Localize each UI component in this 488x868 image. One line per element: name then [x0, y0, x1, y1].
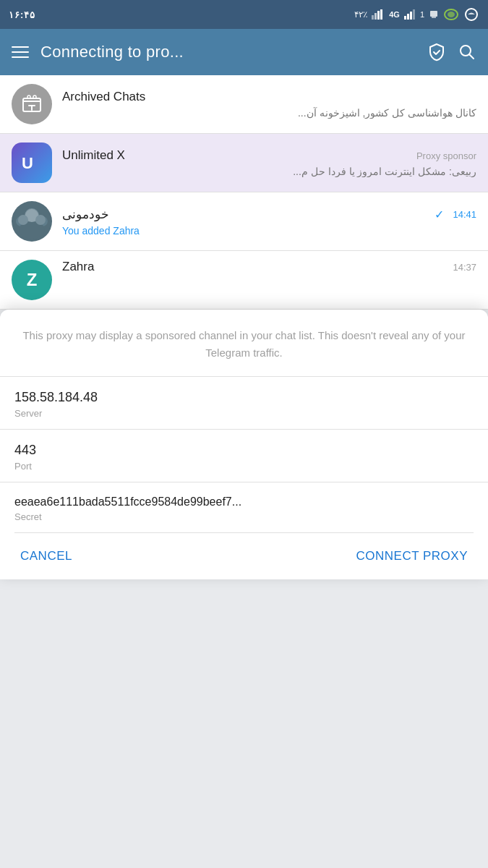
svg-line-14 — [470, 55, 474, 59]
archived-avatar — [12, 84, 52, 124]
chat-item-archived[interactable]: Archived Chats کانال هواشناسی کل کشور, ا… — [0, 75, 488, 134]
unlimited-name: Unlimited X — [62, 148, 125, 163]
khodemooni-avatar — [12, 201, 52, 242]
helmet-icon — [463, 8, 479, 21]
svg-rect-2 — [377, 11, 380, 20]
svg-rect-7 — [413, 9, 415, 20]
shield-icon[interactable] — [427, 43, 446, 61]
proxy-port-label: Port — [14, 461, 474, 472]
cancel-button[interactable]: CANCEL — [17, 543, 75, 569]
proxy-secret-label: Secret — [14, 511, 474, 522]
svg-point-22 — [18, 215, 28, 225]
proxy-server-value: 158.58.184.48 — [14, 390, 474, 405]
archived-preview: کانال هواشناسی کل کشور, اشپزخونه آن... — [62, 107, 476, 119]
svg-rect-6 — [410, 12, 412, 20]
network-label: 4G — [389, 10, 400, 19]
proxy-server-field: 158.58.184.48 Server — [0, 377, 488, 430]
status-icons: ۴۲٪ 4G 1 — [354, 8, 479, 21]
svg-rect-8 — [430, 11, 437, 17]
svg-rect-0 — [372, 15, 374, 20]
signal-icon — [372, 9, 385, 20]
svg-text:U: U — [22, 154, 33, 172]
svg-rect-4 — [404, 16, 406, 20]
chat-item-khodemooni[interactable]: خودمونی ✓ 14:41 You added Zahra — [0, 192, 488, 251]
zahra-header: Zahra 14:37 — [62, 260, 476, 274]
svg-rect-1 — [374, 13, 377, 20]
app-bar-title: Connecting to pro... — [40, 43, 416, 61]
zahra-avatar: Z — [12, 260, 52, 300]
search-icon[interactable] — [458, 43, 476, 61]
khodemooni-time: 14:41 — [453, 209, 476, 220]
khodemooni-preview: You added Zahra — [62, 225, 476, 237]
signal-icon-2 — [404, 9, 416, 20]
unlimited-avatar: U — [12, 142, 52, 183]
archived-name: Archived Chats — [62, 90, 145, 104]
zahra-initial: Z — [27, 270, 38, 290]
proxy-sponsor-badge: Proxy sponsor — [416, 150, 476, 161]
archived-content: Archived Chats کانال هواشناسی کل کشور, ا… — [62, 90, 476, 119]
svg-rect-9 — [432, 17, 436, 18]
notification-icon — [429, 9, 439, 20]
hamburger-menu-icon[interactable] — [12, 46, 29, 58]
proxy-notice: This proxy may display a sponsored chann… — [0, 310, 488, 377]
connect-proxy-button[interactable]: CONNECT PROXY — [354, 543, 471, 569]
status-time: ١۶:۴۵ — [9, 9, 35, 20]
proxy-notice-text: This proxy may display a sponsored chann… — [22, 329, 465, 359]
unlimited-preview: ربیعی: مشکل اینترنت امروز یا فردا حل م..… — [62, 166, 476, 177]
archived-header: Archived Chats — [62, 90, 476, 104]
proxy-dialog: This proxy may display a sponsored chann… — [0, 310, 488, 579]
khodemooni-name: خودمونی — [62, 207, 109, 222]
status-bar: ١۶:۴۵ ۴۲٪ 4G 1 — [0, 0, 488, 29]
app-bar: Connecting to pro... — [0, 29, 488, 75]
leaf-icon — [443, 8, 459, 21]
proxy-secret-value: eeaea6e111bada5511fcce9584de99beef7... — [14, 495, 474, 509]
zahra-time: 14:37 — [453, 262, 476, 273]
svg-rect-3 — [380, 9, 382, 20]
zahra-name: Zahra — [62, 260, 94, 274]
proxy-port-field: 443 Port — [0, 430, 488, 482]
proxy-server-label: Server — [14, 408, 474, 419]
svg-point-11 — [448, 12, 455, 17]
zahra-content: Zahra 14:37 — [62, 260, 476, 277]
svg-rect-5 — [407, 14, 409, 20]
khodemooni-header: خودمونی ✓ 14:41 — [62, 207, 476, 222]
unlimited-header: Unlimited X Proxy sponsor — [62, 148, 476, 163]
chat-list: Archived Chats کانال هواشناسی کل کشور, ا… — [0, 75, 488, 310]
battery-percent: ۴۲٪ — [354, 9, 367, 20]
chat-item-unlimited[interactable]: U Unlimited X Proxy sponsor ربیعی: مشکل … — [0, 134, 488, 192]
chat-item-zahra[interactable]: Z Zahra 14:37 — [0, 251, 488, 310]
khodemooni-content: خودمونی ✓ 14:41 You added Zahra — [62, 207, 476, 237]
unlimited-content: Unlimited X Proxy sponsor ربیعی: مشکل ای… — [62, 148, 476, 177]
svg-point-23 — [35, 215, 46, 225]
proxy-dialog-actions: CANCEL CONNECT PROXY — [0, 533, 488, 579]
sim-label: 1 — [420, 10, 424, 19]
read-receipt-icon: ✓ — [435, 208, 444, 221]
proxy-secret-field: eeaea6e111bada5511fcce9584de99beef7... S… — [0, 482, 488, 532]
proxy-port-value: 443 — [14, 443, 474, 458]
